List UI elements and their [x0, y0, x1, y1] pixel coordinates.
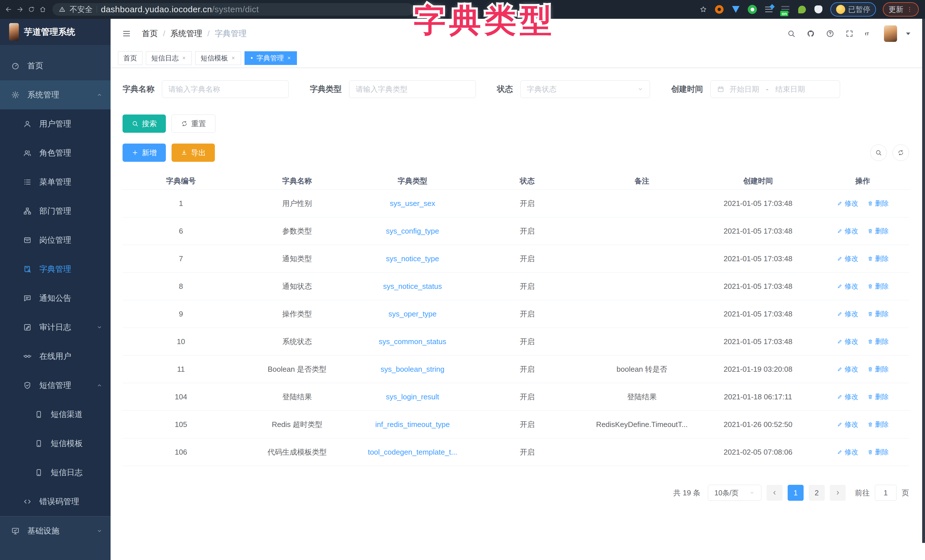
table-row[interactable]: 1 用户性别 sys_user_sex 开启 2021-01-05 17:03:…	[122, 190, 909, 217]
breadcrumb-item[interactable]: 系统管理	[170, 28, 202, 39]
dict-type-link[interactable]: sys_user_sex	[355, 199, 470, 208]
delete-link[interactable]: 删除	[868, 309, 889, 318]
table-row[interactable]: 9 操作类型 sys_oper_type 开启 2021-01-05 17:03…	[122, 300, 909, 328]
sidebar-item[interactable]: 部门管理	[0, 197, 111, 226]
extension-icon-puzzle[interactable]	[813, 4, 824, 15]
extension-icon-orange[interactable]	[714, 4, 725, 15]
modify-link[interactable]: 修改	[837, 420, 858, 429]
logo[interactable]: 芋道管理系统	[0, 19, 111, 45]
modify-link[interactable]: 修改	[837, 309, 858, 318]
extension-icon-diamond[interactable]	[764, 4, 774, 15]
breadcrumb-item[interactable]: 首页	[142, 28, 158, 39]
sidebar-item[interactable]: 角色管理	[0, 138, 111, 167]
extension-icon-list[interactable]: on	[780, 4, 791, 15]
help-icon[interactable]	[826, 29, 835, 38]
modify-link[interactable]: 修改	[837, 447, 858, 457]
dict-type-input[interactable]	[349, 80, 476, 98]
page-number-button[interactable]: 1	[788, 485, 804, 501]
sidebar-item[interactable]: 字典管理	[0, 254, 111, 284]
modify-link[interactable]: 修改	[837, 254, 858, 263]
sidebar-item[interactable]: 短信管理	[0, 371, 111, 400]
table-row[interactable]: 104 登陆结果 sys_login_result 开启 登陆结果 2021-0…	[122, 383, 909, 411]
dict-type-link[interactable]: sys_login_result	[355, 393, 470, 401]
back-icon[interactable]	[4, 6, 14, 13]
delete-link[interactable]: 删除	[868, 364, 889, 374]
dict-type-link[interactable]: sys_notice_status	[355, 282, 470, 291]
table-row[interactable]: 8 通知状态 sys_notice_status 开启 2021-01-05 1…	[122, 272, 909, 300]
address-bar[interactable]: 不安全 dashboard.yudao.iocoder.cn/system/di…	[53, 3, 414, 16]
sidebar-item[interactable]: 通知公告	[0, 284, 111, 313]
font-size-icon[interactable]: tT	[865, 29, 873, 38]
page-number-button[interactable]: 2	[809, 485, 825, 501]
dict-name-input[interactable]	[162, 80, 289, 98]
sidebar-item[interactable]: 错误码管理	[0, 487, 111, 516]
reload-icon[interactable]	[27, 6, 36, 13]
delete-link[interactable]: 删除	[868, 254, 889, 263]
extension-icon-green[interactable]	[747, 4, 758, 15]
date-range-picker[interactable]: 开始日期 - 结束日期	[710, 80, 840, 98]
search-button[interactable]: 搜索	[122, 114, 166, 133]
sidebar-item[interactable]: 首页	[0, 51, 111, 80]
sidebar-item[interactable]: 基础设施	[0, 516, 111, 545]
user-avatar[interactable]	[884, 26, 897, 42]
sidebar-item[interactable]: 短信模板	[0, 429, 111, 458]
fullscreen-icon[interactable]	[845, 29, 854, 38]
forward-icon[interactable]	[15, 6, 25, 13]
modify-link[interactable]: 修改	[837, 364, 858, 374]
dict-type-link[interactable]: tool_codegen_template_t...	[355, 448, 470, 457]
extension-icon-plant[interactable]	[797, 4, 807, 15]
modify-link[interactable]: 修改	[837, 392, 858, 401]
delete-link[interactable]: 删除	[868, 199, 889, 208]
github-icon[interactable]	[806, 29, 815, 38]
caret-down-icon[interactable]	[904, 29, 913, 38]
table-row[interactable]: 6 参数类型 sys_config_type 开启 2021-01-05 17:…	[122, 217, 909, 245]
hamburger-icon[interactable]	[122, 29, 131, 38]
kebab-menu-icon[interactable]	[906, 6, 913, 13]
refresh-table-button[interactable]	[892, 145, 909, 161]
extension-icon-gem[interactable]	[731, 4, 741, 15]
sidebar-item[interactable]: 菜单管理	[0, 167, 111, 197]
home-icon[interactable]	[38, 6, 48, 13]
tab[interactable]: 首页	[118, 51, 143, 65]
dict-type-link[interactable]: sys_config_type	[355, 227, 470, 236]
tab[interactable]: 字典管理	[244, 51, 297, 65]
sidebar-item[interactable]: 系统管理	[0, 80, 111, 109]
tab[interactable]: 短信模板	[195, 51, 241, 65]
sidebar-item[interactable]: 用户管理	[0, 109, 111, 138]
delete-link[interactable]: 删除	[868, 447, 889, 457]
sidebar-item[interactable]: 审计日志	[0, 313, 111, 342]
toggle-search-button[interactable]	[870, 145, 887, 161]
delete-link[interactable]: 删除	[868, 420, 889, 429]
close-icon[interactable]	[231, 56, 236, 60]
table-row[interactable]: 105 Redis 超时类型 inf_redis_timeout_type 开启…	[122, 411, 909, 438]
tab[interactable]: 短信日志	[146, 51, 192, 65]
prev-page-button[interactable]	[767, 485, 782, 501]
browser-update-badge[interactable]: 更新	[883, 2, 919, 17]
next-page-button[interactable]	[830, 485, 846, 501]
sidebar-item[interactable]: 短信日志	[0, 458, 111, 487]
dict-type-link[interactable]: sys_common_status	[355, 337, 470, 346]
sidebar-item[interactable]: 在线用户	[0, 342, 111, 371]
modify-link[interactable]: 修改	[837, 199, 858, 208]
table-row[interactable]: 106 代码生成模板类型 tool_codegen_template_t... …	[122, 438, 909, 466]
delete-link[interactable]: 删除	[868, 282, 889, 291]
modify-link[interactable]: 修改	[837, 226, 858, 236]
dict-type-link[interactable]: sys_boolean_string	[355, 365, 470, 374]
sidebar-item[interactable]: 岗位管理	[0, 226, 111, 254]
table-row[interactable]: 10 系统状态 sys_common_status 开启 2021-01-05 …	[122, 328, 909, 355]
close-icon[interactable]	[182, 56, 186, 60]
dict-type-link[interactable]: sys_oper_type	[355, 310, 470, 318]
bookmark-star-icon[interactable]	[699, 5, 707, 14]
table-row[interactable]: 11 Boolean 是否类型 sys_boolean_string 开启 bo…	[122, 355, 909, 383]
dict-type-link[interactable]: inf_redis_timeout_type	[355, 420, 470, 429]
table-row[interactable]: 7 通知类型 sys_notice_type 开启 2021-01-05 17:…	[122, 245, 909, 272]
dict-type-link[interactable]: sys_notice_type	[355, 254, 470, 263]
status-select[interactable]: 字典状态	[520, 80, 650, 98]
breadcrumb-item[interactable]: 字典管理	[215, 28, 247, 39]
export-button[interactable]: 导出	[172, 143, 215, 162]
goto-page-input[interactable]	[875, 485, 896, 501]
delete-link[interactable]: 删除	[868, 392, 889, 401]
add-button[interactable]: 新增	[122, 143, 166, 162]
security-label[interactable]: 不安全	[69, 4, 93, 15]
modify-link[interactable]: 修改	[837, 282, 858, 291]
